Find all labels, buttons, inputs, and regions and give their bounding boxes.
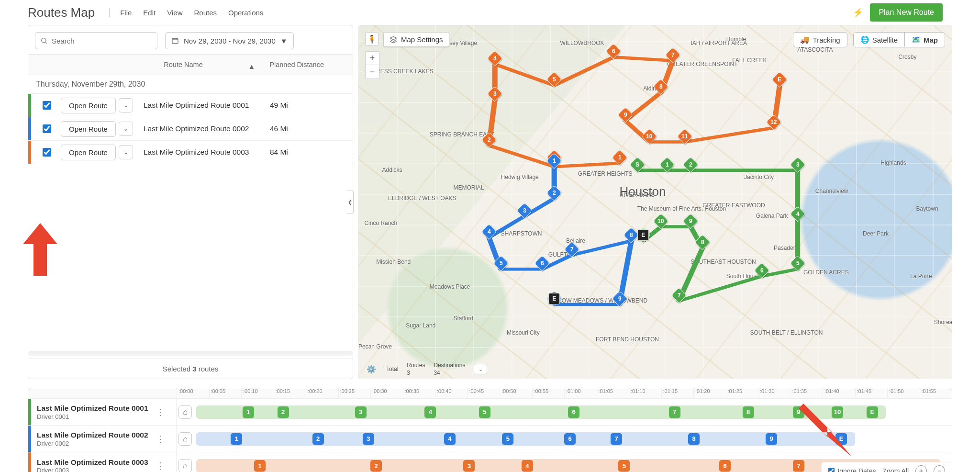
map-zoom-controls: + − (365, 51, 379, 79)
ruler-tick: :01:25 (726, 388, 758, 398)
timeline-driver: Driver 0003 (37, 467, 148, 472)
menu-routes[interactable]: Routes (188, 6, 223, 20)
zoom-all-button[interactable]: Zoom All (883, 467, 909, 472)
ruler-tick: :00:00 (177, 388, 209, 398)
route-checkbox[interactable] (43, 101, 51, 110)
open-route-button[interactable]: Open Route (61, 145, 116, 160)
horizontal-scrollbar[interactable] (28, 351, 353, 356)
col-planned-distance[interactable]: Planned Distance (269, 61, 324, 68)
timeline-zoom-out[interactable]: － (934, 465, 945, 472)
timeline-stop[interactable]: 8 (688, 433, 700, 445)
row-menu-button[interactable]: ⋮ (153, 461, 167, 471)
open-route-menu[interactable]: ⌄ (119, 145, 133, 159)
timeline-stop[interactable]: 9 (766, 433, 777, 445)
row-menu-button[interactable]: ⋮ (153, 434, 167, 444)
search-input[interactable] (52, 37, 152, 45)
ruler-tick: :00:40 (435, 388, 468, 398)
timeline-title: Last Mile Optimized Route 0001 (37, 404, 148, 413)
ruler-tick: :00:35 (403, 388, 435, 398)
route-distance: 49 Mi (270, 101, 327, 110)
timeline-stop[interactable]: 6 (568, 406, 579, 418)
timeline-stop[interactable]: 7 (611, 433, 622, 445)
map-marker[interactable]: E (548, 293, 560, 304)
route-row: Open Route⌄Last Mile Optimized Route 000… (28, 141, 353, 164)
timeline-stop[interactable]: 3 (363, 433, 374, 445)
timeline-title: Last Mile Optimized Route 0002 (37, 430, 148, 439)
plan-new-route-button[interactable]: Plan New Route (870, 3, 943, 22)
timeline-stop[interactable]: 1 (243, 406, 254, 418)
timeline-stop[interactable]: 5 (502, 433, 513, 445)
timeline-stop[interactable]: 1 (231, 433, 242, 445)
timeline-stop[interactable]: 3 (463, 460, 475, 472)
collapse-panel-handle[interactable]: ❮ (347, 191, 354, 214)
open-route-button[interactable]: Open Route (61, 121, 116, 137)
svg-marker-11 (799, 404, 851, 456)
timeline-zoom-in[interactable]: ＋ (915, 465, 927, 472)
timeline-stop[interactable]: 7 (669, 406, 680, 418)
map-marker[interactable]: E (637, 229, 649, 241)
footer-expand-button[interactable]: ⌄ (474, 364, 487, 374)
menu-operations[interactable]: Operations (223, 6, 269, 20)
map-settings-button[interactable]: Map Settings (383, 32, 449, 47)
zoom-out-button[interactable]: − (366, 65, 379, 79)
open-route-menu[interactable]: ⌄ (119, 122, 133, 136)
menu-file[interactable]: File (114, 6, 137, 20)
timeline-stop[interactable]: 2 (312, 433, 324, 445)
timeline-stop[interactable]: 4 (444, 433, 456, 445)
satellite-button[interactable]: 🌐Satellite (854, 33, 904, 47)
home-icon[interactable]: ⌂ (178, 405, 192, 419)
sort-asc-icon[interactable]: ▲ (248, 63, 255, 70)
timeline-stop[interactable]: 7 (793, 460, 804, 472)
ignore-dates-toggle[interactable]: Ignore Dates (828, 467, 876, 472)
timeline-stop[interactable]: 6 (719, 460, 731, 472)
open-route-menu[interactable]: ⌄ (119, 98, 133, 112)
timeline-stop[interactable]: 4 (424, 406, 436, 418)
map-button[interactable]: 🗺️Map (904, 33, 945, 47)
svg-marker-7 (390, 36, 396, 40)
gear-icon[interactable]: ⚙️ (365, 363, 378, 375)
ruler-tick: :00:45 (468, 388, 500, 398)
ruler-tick: :00:25 (338, 388, 371, 398)
tracking-toggle[interactable]: 🚚Tracking (793, 32, 847, 47)
route-checkbox[interactable] (43, 124, 51, 133)
timeline-stop[interactable]: 8 (743, 406, 754, 418)
date-range-picker[interactable]: Nov 29, 2030 - Nov 29, 2030 ▼ (165, 32, 294, 49)
menu-edit[interactable]: Edit (137, 6, 161, 20)
date-range-text: Nov 29, 2030 - Nov 29, 2030 (184, 37, 276, 45)
timeline-stop[interactable]: E (867, 406, 878, 418)
home-icon[interactable]: ⌂ (178, 459, 192, 472)
timeline-stop[interactable]: 4 (522, 460, 533, 472)
timeline-stop[interactable]: 5 (479, 406, 490, 418)
truck-icon: 🚚 (800, 35, 809, 44)
route-checkbox[interactable] (43, 148, 51, 157)
timeline-stop[interactable]: 1 (254, 460, 266, 472)
search-input-wrap[interactable] (35, 32, 157, 49)
ruler-tick: :00:20 (306, 388, 338, 398)
ruler-tick: :01:15 (661, 388, 694, 398)
svg-point-0 (42, 38, 46, 43)
timeline-stop[interactable]: 6 (564, 433, 576, 445)
menu-view[interactable]: View (161, 6, 188, 20)
timeline-title: Last Mile Optimized Route 0003 (37, 458, 148, 467)
timeline-stop[interactable]: 2 (370, 460, 382, 472)
row-menu-button[interactable]: ⋮ (153, 407, 167, 417)
calendar-icon (171, 37, 179, 45)
home-icon[interactable]: ⌂ (178, 432, 192, 446)
timeline-stop[interactable]: 2 (278, 406, 289, 418)
annotation-arrow-up (23, 223, 57, 278)
open-route-button[interactable]: Open Route (61, 98, 116, 113)
top-bar: Routes Map FileEditViewRoutesOperations … (0, 0, 980, 25)
bolt-icon[interactable]: ⚡ (853, 7, 863, 18)
col-route-name[interactable]: Route Name (164, 61, 202, 68)
chevron-down-icon: ▼ (280, 37, 288, 45)
ruler-tick: :00:30 (370, 388, 403, 398)
timeline-stop[interactable]: 3 (355, 406, 367, 418)
svg-line-1 (45, 42, 47, 44)
zoom-in-button[interactable]: + (366, 52, 379, 65)
ruler-tick: :01:05 (597, 388, 629, 398)
timeline-stop[interactable]: 5 (618, 460, 630, 472)
ruler-tick: :01:10 (629, 388, 661, 398)
annotation-arrow-down-right (799, 404, 851, 458)
pegman-icon[interactable]: 🧍 (365, 32, 379, 45)
map-panel[interactable]: 🧍 Map Settings + − 🚚Tracking 🌐Satellite … (358, 25, 952, 379)
